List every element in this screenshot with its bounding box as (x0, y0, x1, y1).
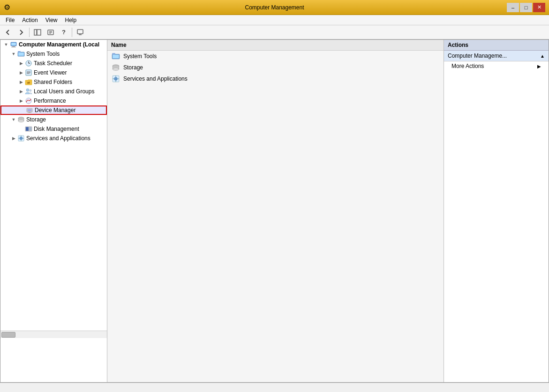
svg-rect-1 (37, 30, 41, 35)
shared-folders-expand-icon: ▶ (17, 78, 25, 86)
local-users-expand-icon: ▶ (17, 88, 25, 95)
event-viewer-expand-icon: ▶ (17, 69, 25, 76)
tree-item-label-task-scheduler: Task Scheduler (34, 60, 72, 67)
task-scheduler-expand-icon: ▶ (17, 60, 25, 67)
disk-management-icon (25, 125, 32, 133)
system-tools-icon (17, 50, 25, 58)
content-item-services[interactable]: Services and Applications (107, 73, 444, 84)
content-system-tools-icon (111, 52, 120, 61)
services-apps-icon (17, 135, 25, 142)
tree-item-disk-management[interactable]: ▶ Disk Management (0, 124, 107, 134)
tree-item-performance[interactable]: ▶ Performance (0, 96, 107, 106)
content-item-label-system-tools: System Tools (123, 53, 157, 60)
tree-item-local-users[interactable]: ▶ Local Users and Groups (0, 87, 107, 96)
tree-scrollbar[interactable] (0, 331, 107, 338)
tree-root[interactable]: ▼ Computer Management (Local (0, 40, 107, 49)
actions-section-scroll-up[interactable]: ▲ (540, 53, 545, 59)
content-storage-icon (111, 63, 120, 72)
actions-section-computer-management[interactable]: Computer Manageme... ▲ (444, 51, 549, 61)
performance-expand-icon: ▶ (17, 97, 25, 105)
tree-panel[interactable]: ▼ Computer Management (Local ▼ (0, 40, 107, 382)
services-expand-icon: ▶ (10, 135, 17, 142)
svg-rect-13 (18, 51, 21, 53)
maximize-button[interactable]: □ (520, 3, 532, 12)
content-item-label-services: Services and Applications (123, 75, 188, 82)
system-tools-expand-icon: ▼ (10, 50, 17, 58)
actions-item-more-actions[interactable]: More Actions ▶ (444, 61, 549, 71)
forward-button[interactable] (15, 27, 27, 38)
menu-help[interactable]: Help (61, 16, 81, 24)
menu-file[interactable]: File (2, 16, 18, 24)
content-item-system-tools[interactable]: System Tools (107, 51, 444, 62)
tree-item-shared-folders[interactable]: ▶ ⇄ Shared Folders (0, 77, 107, 87)
svg-rect-44 (113, 55, 119, 59)
root-expand-icon: ▼ (2, 41, 10, 48)
svg-rect-43 (112, 53, 115, 54)
svg-rect-27 (28, 109, 31, 111)
tree-item-label-system-tools: System Tools (26, 51, 60, 57)
show-hide-console-tree-button[interactable] (31, 27, 44, 38)
actions-section-title-label: Computer Manageme... (448, 53, 507, 59)
computer-icon (10, 41, 17, 48)
svg-rect-35 (29, 127, 31, 131)
close-button[interactable]: ✕ (533, 3, 545, 12)
svg-point-32 (18, 120, 24, 122)
svg-point-24 (30, 90, 31, 91)
svg-point-23 (26, 89, 29, 91)
content-item-storage[interactable]: Storage (107, 62, 444, 73)
content-panel: Name System Tools Storage (107, 40, 444, 382)
tree-item-label-disk-management: Disk Management (34, 126, 79, 132)
tree-item-label-performance: Performance (34, 98, 66, 104)
forward-icon (18, 29, 24, 36)
tree-root-label: Computer Management (Local (19, 41, 99, 48)
tree-item-device-manager[interactable]: ▶ Device Manager (0, 106, 107, 115)
properties-button[interactable] (45, 27, 57, 38)
content-services-icon (111, 74, 120, 83)
actions-panel: Actions Computer Manageme... ▲ More Acti… (444, 40, 549, 382)
properties-icon (47, 29, 54, 36)
app-icon: ⚙ (4, 3, 10, 12)
tree-item-event-viewer[interactable]: ▶ Event Viewer (0, 68, 107, 77)
tree-item-task-scheduler[interactable]: ▶ Task Scheduler (0, 59, 107, 68)
tree-item-storage[interactable]: ▼ Storage (0, 115, 107, 124)
svg-point-49 (114, 77, 118, 81)
event-viewer-icon (25, 69, 32, 76)
tree-item-label-services-apps: Services and Applications (26, 135, 90, 142)
tree-item-services-apps[interactable]: ▶ Services and Applications (0, 134, 107, 143)
storage-expand-icon: ▼ (10, 116, 17, 123)
back-button[interactable] (2, 27, 14, 38)
actions-header: Actions (444, 40, 549, 51)
tree-item-system-tools[interactable]: ▼ System Tools (0, 49, 107, 59)
extra-icon (77, 29, 83, 36)
actions-item-label-more-actions: More Actions (451, 63, 484, 69)
svg-rect-6 (77, 30, 83, 34)
svg-rect-14 (18, 53, 24, 56)
device-manager-icon (26, 106, 33, 114)
console-tree-icon (34, 29, 41, 36)
tree-item-label-event-viewer: Event Viewer (34, 69, 67, 76)
tree-item-label-shared-folders: Shared Folders (34, 79, 72, 85)
content-column-header: Name (107, 40, 444, 51)
help-button[interactable]: ? (58, 27, 70, 38)
window-controls: – □ ✕ (507, 3, 545, 12)
toolbar: ? (0, 25, 549, 39)
title-bar-left: ⚙ (4, 3, 10, 12)
svg-rect-34 (26, 127, 29, 131)
svg-point-47 (113, 68, 119, 71)
shared-folders-icon: ⇄ (25, 78, 32, 86)
tree-item-label-local-users: Local Users and Groups (34, 88, 94, 95)
task-scheduler-icon (25, 60, 32, 67)
scrollbar-thumb[interactable] (1, 332, 15, 338)
svg-text:⇄: ⇄ (27, 81, 30, 84)
svg-rect-29 (28, 113, 31, 113)
minimize-button[interactable]: – (507, 3, 519, 12)
tree-item-label-device-manager: Device Manager (35, 107, 75, 113)
menu-action[interactable]: Action (18, 16, 41, 24)
menu-view[interactable]: View (42, 16, 61, 24)
tree-spacer (0, 143, 107, 331)
status-bar (0, 383, 549, 392)
tree-item-label-storage: Storage (26, 116, 46, 123)
window-title: Computer Management (245, 4, 304, 11)
extra-button[interactable] (74, 27, 86, 38)
main-container: ▼ Computer Management (Local ▼ (0, 39, 549, 383)
